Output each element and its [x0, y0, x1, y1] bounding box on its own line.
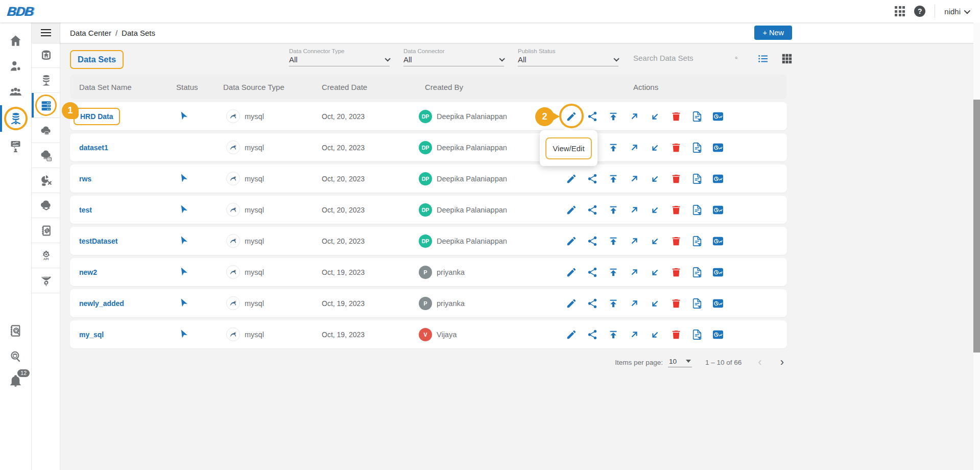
dataset-name-link[interactable]: testDataset — [70, 237, 167, 245]
publish-icon[interactable] — [608, 142, 619, 153]
rail-item-data-stores[interactable] — [32, 118, 60, 143]
dataset-name-link[interactable]: HRD Data — [70, 108, 167, 125]
delete-icon[interactable] — [671, 236, 682, 247]
delete-icon[interactable] — [671, 142, 682, 153]
data-prep-icon[interactable] — [691, 267, 703, 278]
data-profile-icon[interactable] — [712, 329, 724, 340]
publish-icon[interactable] — [608, 236, 619, 247]
apps-grid-icon[interactable] — [895, 6, 905, 16]
pull-arrow-icon[interactable] — [650, 236, 661, 247]
sidebar-item-data-search[interactable] — [0, 343, 32, 369]
delete-icon[interactable] — [671, 267, 682, 278]
dataset-name-link[interactable]: test — [70, 206, 167, 214]
pull-arrow-icon[interactable] — [650, 329, 661, 340]
grid-view-icon[interactable] — [781, 53, 792, 64]
push-arrow-icon[interactable] — [629, 329, 640, 340]
sidebar-item-data-center[interactable] — [0, 104, 32, 133]
next-page-button[interactable]: › — [777, 357, 787, 368]
data-profile-icon[interactable] — [712, 142, 724, 153]
pull-arrow-icon[interactable] — [650, 204, 661, 216]
delete-icon[interactable] — [671, 173, 682, 184]
share-icon[interactable] — [587, 329, 598, 340]
pull-arrow-icon[interactable] — [650, 111, 661, 122]
dataset-name-link[interactable]: new2 — [70, 268, 167, 276]
data-prep-icon[interactable] — [691, 298, 703, 309]
edit-icon[interactable] — [566, 267, 577, 278]
share-icon[interactable] — [587, 267, 598, 278]
sidebar-item-user-settings[interactable] — [0, 53, 32, 79]
data-prep-icon[interactable] — [691, 329, 703, 340]
rail-item-data-lake[interactable] — [32, 193, 60, 218]
search-icon[interactable] — [735, 53, 738, 63]
delete-icon[interactable] — [671, 111, 682, 122]
filter-publish-status[interactable]: Publish Status All — [518, 48, 618, 66]
edit-icon[interactable] — [566, 329, 577, 340]
edit-icon[interactable] — [566, 236, 577, 247]
data-prep-icon[interactable] — [691, 204, 703, 216]
rail-item-data-connectors[interactable] — [32, 68, 60, 93]
scrollbar-thumb[interactable] — [973, 100, 980, 353]
edit-icon[interactable] — [566, 298, 577, 309]
share-icon[interactable] — [587, 204, 598, 216]
edit-icon[interactable] — [566, 173, 577, 184]
dataset-name-link[interactable]: rws — [70, 175, 167, 183]
previous-page-button[interactable]: ‹ — [755, 357, 764, 368]
edit-icon[interactable] — [566, 204, 577, 216]
pull-arrow-icon[interactable] — [650, 142, 661, 153]
rail-item-metadata-settings[interactable] — [32, 218, 60, 243]
push-arrow-icon[interactable] — [629, 298, 640, 309]
user-menu[interactable]: nidhi — [944, 7, 969, 16]
rail-item-data-sets[interactable] — [32, 93, 60, 118]
rail-item-data-center-home[interactable] — [32, 43, 60, 68]
sidebar-item-feedback-board[interactable] — [0, 133, 32, 158]
dataset-name-link[interactable]: my_sql — [70, 331, 167, 339]
share-icon[interactable] — [587, 236, 598, 247]
dataset-name-link[interactable]: dataset1 — [70, 144, 167, 152]
sidebar-item-notifications[interactable]: 12 — [0, 369, 32, 394]
delete-icon[interactable] — [671, 298, 682, 309]
data-prep-icon[interactable] — [691, 142, 703, 153]
publish-icon[interactable] — [608, 329, 619, 340]
data-profile-icon[interactable] — [712, 236, 724, 247]
filter-data-connector[interactable]: Data Connector All — [403, 48, 504, 66]
data-profile-icon[interactable] — [712, 111, 724, 122]
search-input[interactable] — [633, 54, 735, 62]
data-prep-icon[interactable] — [691, 173, 703, 184]
publish-icon[interactable] — [608, 267, 619, 278]
pull-arrow-icon[interactable] — [650, 298, 661, 309]
tooltip-label[interactable]: View/Edit — [545, 137, 591, 159]
share-icon[interactable] — [587, 298, 598, 309]
filter-data-connector-type[interactable]: Data Connector Type All — [289, 48, 390, 66]
push-arrow-icon[interactable] — [629, 173, 640, 184]
delete-icon[interactable] — [671, 329, 682, 340]
push-arrow-icon[interactable] — [629, 111, 640, 122]
data-profile-icon[interactable] — [712, 298, 724, 309]
share-icon[interactable] — [587, 173, 598, 184]
share-icon[interactable] — [587, 111, 598, 122]
publish-icon[interactable] — [608, 204, 619, 216]
push-arrow-icon[interactable] — [629, 236, 640, 247]
breadcrumb-parent[interactable]: Data Center — [70, 29, 111, 37]
pull-arrow-icon[interactable] — [650, 267, 661, 278]
push-arrow-icon[interactable] — [629, 267, 640, 278]
publish-icon[interactable] — [608, 173, 619, 184]
rail-item-data-apis[interactable]: API — [32, 243, 60, 268]
data-prep-icon[interactable] — [691, 236, 703, 247]
data-prep-icon[interactable] — [691, 111, 703, 122]
data-profile-icon[interactable] — [712, 267, 724, 278]
publish-icon[interactable] — [608, 111, 619, 122]
items-per-page-select[interactable]: 10 — [668, 358, 692, 367]
data-profile-icon[interactable] — [712, 204, 724, 216]
help-icon[interactable]: ? — [914, 6, 925, 17]
pull-arrow-icon[interactable] — [650, 173, 661, 184]
rail-item-data-preparation[interactable] — [32, 168, 60, 193]
push-arrow-icon[interactable] — [629, 142, 640, 153]
dataset-name-link[interactable]: newly_added — [70, 299, 167, 308]
sidebar-item-data-catalog-search[interactable] — [0, 318, 32, 343]
push-arrow-icon[interactable] — [629, 204, 640, 216]
sidebar-item-user-groups[interactable] — [0, 79, 32, 104]
list-view-icon[interactable] — [757, 53, 769, 64]
data-profile-icon[interactable] — [712, 173, 724, 184]
rail-item-etl-settings[interactable] — [32, 268, 60, 293]
publish-icon[interactable] — [608, 298, 619, 309]
